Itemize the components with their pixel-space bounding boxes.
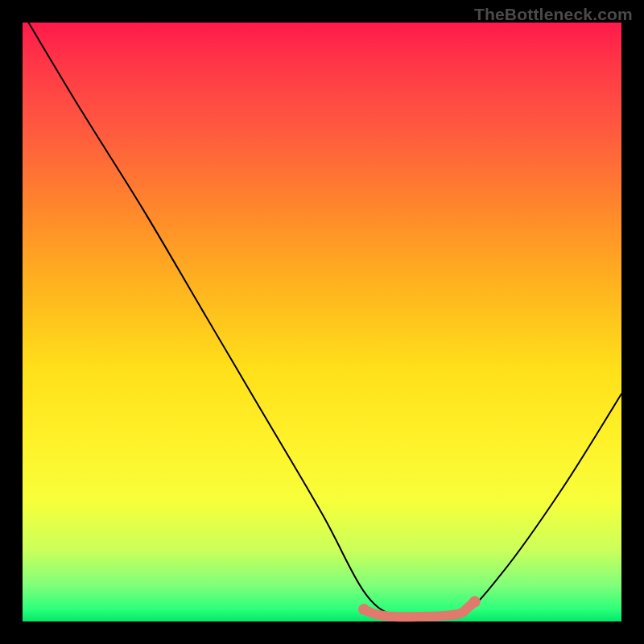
optimal-range-endpoint xyxy=(358,604,369,615)
plot-area xyxy=(23,23,621,621)
watermark-label: TheBottleneck.com xyxy=(474,5,633,24)
optimal-range-endpoint xyxy=(469,596,481,607)
chart-svg xyxy=(23,23,621,621)
curve-line xyxy=(28,23,621,619)
chart-stage: TheBottleneck.com xyxy=(0,0,644,644)
